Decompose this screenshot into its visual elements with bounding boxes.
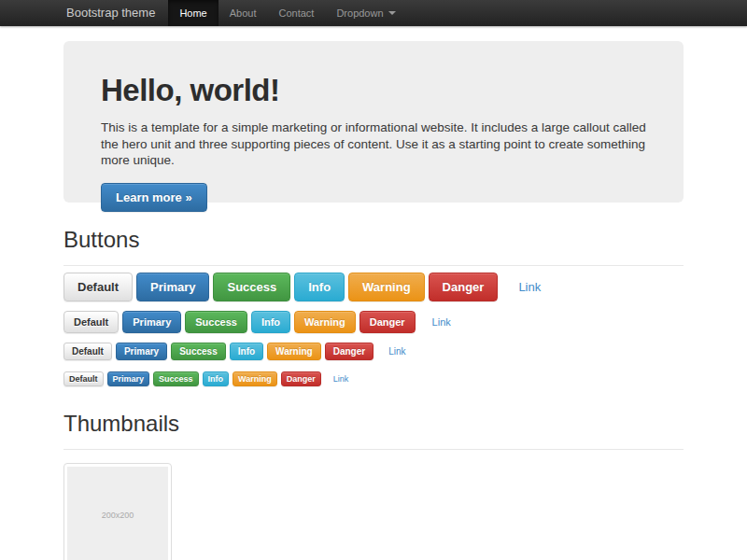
button-row-xsmall: DefaultPrimarySuccessInfoWarningDangerLi…	[63, 370, 684, 386]
link-button-medium[interactable]: Link	[423, 312, 460, 332]
info-button-xsmall[interactable]: Info	[203, 371, 230, 386]
danger-button-medium[interactable]: Danger	[359, 311, 416, 333]
nav-item-label: Home	[179, 7, 206, 19]
warning-button-medium[interactable]: Warning	[294, 311, 356, 333]
default-button-small[interactable]: Default	[63, 343, 112, 360]
warning-button-small[interactable]: Warning	[267, 343, 321, 360]
placeholder-image: 200x200	[67, 467, 168, 560]
warning-button-large[interactable]: Warning	[348, 273, 425, 301]
button-row-large: DefaultPrimarySuccessInfoWarningDangerLi…	[63, 273, 684, 301]
thumbnails-divider	[63, 449, 684, 450]
nav-item-about[interactable]: About	[218, 0, 268, 26]
link-button-xsmall[interactable]: Link	[329, 372, 354, 385]
warning-button-xsmall[interactable]: Warning	[233, 371, 277, 386]
thumbnails-grid: 200x200	[63, 463, 684, 560]
main-container: Hello, world! This is a template for a s…	[63, 41, 684, 560]
hero-title: Hello, world!	[101, 73, 646, 108]
navbar-menu: HomeAboutContactDropdown	[168, 0, 406, 26]
nav-item-label: Dropdown	[336, 7, 383, 19]
caret-down-icon	[388, 11, 396, 15]
default-button-large[interactable]: Default	[63, 273, 133, 301]
danger-button-large[interactable]: Danger	[429, 273, 499, 301]
default-button-medium[interactable]: Default	[63, 311, 119, 333]
link-button-large[interactable]: Link	[505, 273, 554, 301]
primary-button-medium[interactable]: Primary	[122, 311, 181, 333]
success-button-large[interactable]: Success	[213, 273, 290, 301]
default-button-xsmall[interactable]: Default	[63, 371, 104, 386]
navbar: Bootstrap theme HomeAboutContactDropdown	[0, 0, 747, 26]
button-rows: DefaultPrimarySuccessInfoWarningDangerLi…	[63, 273, 684, 386]
nav-item-contact[interactable]: Contact	[267, 0, 325, 26]
danger-button-small[interactable]: Danger	[325, 343, 374, 360]
primary-button-large[interactable]: Primary	[136, 273, 209, 301]
nav-item-label: About	[230, 7, 257, 19]
success-button-medium[interactable]: Success	[185, 311, 247, 333]
nav-item-label: Contact	[278, 7, 314, 19]
hero-unit: Hello, world! This is a template for a s…	[63, 41, 684, 203]
info-button-small[interactable]: Info	[230, 343, 263, 360]
info-button-large[interactable]: Info	[294, 273, 345, 301]
primary-button-xsmall[interactable]: Primary	[107, 371, 150, 386]
link-button-small[interactable]: Link	[381, 343, 413, 359]
buttons-divider	[63, 265, 684, 266]
success-button-small[interactable]: Success	[171, 343, 226, 360]
danger-button-xsmall[interactable]: Danger	[281, 371, 321, 386]
thumbnail-item[interactable]: 200x200	[63, 463, 172, 560]
primary-button-small[interactable]: Primary	[116, 343, 167, 360]
info-button-medium[interactable]: Info	[251, 311, 290, 333]
navbar-inner: Bootstrap theme HomeAboutContactDropdown	[63, 0, 684, 26]
nav-item-dropdown[interactable]: Dropdown	[325, 0, 406, 26]
hero-description: This is a template for a simple marketin…	[101, 119, 646, 169]
nav-item-home[interactable]: Home	[168, 0, 218, 26]
navbar-brand[interactable]: Bootstrap theme	[63, 0, 168, 26]
buttons-heading: Buttons	[63, 227, 684, 253]
thumbnails-heading: Thumbnails	[63, 411, 684, 437]
button-row-medium: DefaultPrimarySuccessInfoWarningDangerLi…	[63, 311, 684, 333]
learn-more-button[interactable]: Learn more »	[101, 183, 207, 212]
success-button-xsmall[interactable]: Success	[153, 371, 199, 386]
button-row-small: DefaultPrimarySuccessInfoWarningDangerLi…	[63, 343, 684, 360]
placeholder-label: 200x200	[102, 511, 134, 520]
